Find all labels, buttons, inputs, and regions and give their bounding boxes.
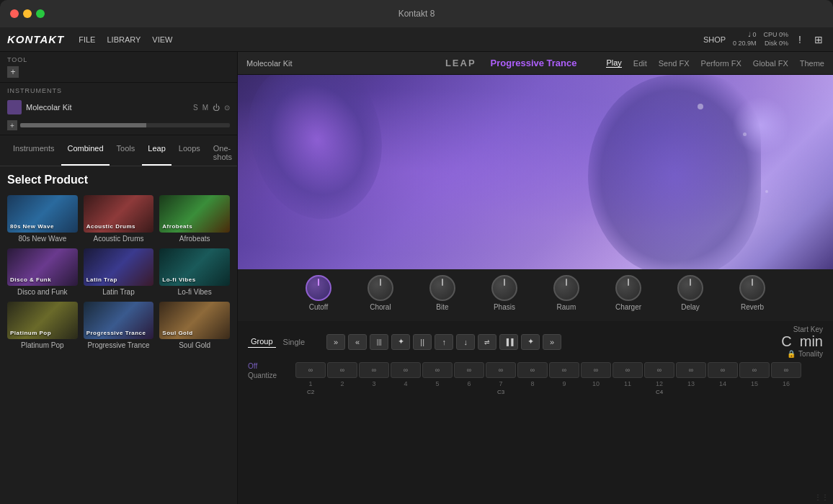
seq-key-section: Start Key C min 🔒 Tonality — [781, 325, 823, 358]
mute-button[interactable]: M — [202, 104, 208, 112]
reverb-knob[interactable] — [739, 275, 765, 301]
knob-delay: Delay — [677, 275, 703, 311]
bite-knob[interactable] — [429, 275, 455, 301]
meter-group: ♩ 0 0 20.9M — [733, 31, 757, 48]
product-progressive-trance[interactable]: Progressive Trance Progressive Trance — [84, 302, 154, 349]
seq-group-button[interactable]: Group — [248, 336, 276, 348]
seq-split-btn[interactable]: ▐▐ — [499, 334, 518, 350]
seq-step-12[interactable]: ∞ — [644, 362, 674, 378]
seq-star2-btn[interactable]: ✦ — [521, 334, 540, 350]
product-acoustic-drums[interactable]: Acoustic Drums Acoustic Drums — [84, 195, 154, 243]
seq-step-10[interactable]: ∞ — [581, 362, 611, 378]
alert-icon[interactable]: ! — [796, 32, 804, 47]
step-num-9: 9 — [549, 380, 579, 387]
marker-spacer-2 — [359, 389, 389, 395]
seq-step-5[interactable]: ∞ — [422, 362, 453, 378]
nav-edit[interactable]: Edit — [633, 59, 647, 68]
tool-add-button[interactable]: + — [7, 66, 19, 78]
maximize-button[interactable] — [36, 9, 45, 18]
product-soul-gold[interactable]: Soul Gold Soul Gold — [159, 302, 230, 349]
seq-step-3[interactable]: ∞ — [359, 362, 389, 378]
seq-down-btn[interactable]: ↓ — [456, 334, 475, 350]
raum-knob[interactable] — [553, 275, 579, 301]
seq-step-16[interactable]: ∞ — [771, 362, 801, 378]
nav-global-fx[interactable]: Global FX — [753, 59, 788, 68]
instrument-add-button[interactable]: + — [7, 120, 17, 130]
marker-spacer-12 — [739, 389, 770, 395]
seq-star-btn[interactable]: ✦ — [391, 334, 410, 350]
tab-tools[interactable]: Tools — [111, 141, 141, 166]
step-num-11: 11 — [612, 380, 643, 387]
product-afrobeats[interactable]: Afrobeats Afrobeats — [159, 195, 230, 243]
seq-step-8[interactable]: ∞ — [517, 362, 548, 378]
nav-perform-fx[interactable]: Perform FX — [701, 59, 741, 68]
seq-step-4[interactable]: ∞ — [391, 362, 421, 378]
seq-step-9[interactable]: ∞ — [549, 362, 579, 378]
close-button[interactable] — [10, 9, 19, 18]
instrument-header: Molecolar Kit LEAPProgressive Trance Pla… — [238, 52, 833, 75]
product-disco-funk[interactable]: Disco & Funk Disco and Funk — [7, 248, 78, 296]
power-icon[interactable]: ⏻ — [213, 104, 220, 112]
menu-view[interactable]: VIEW — [152, 35, 172, 44]
bubble-3 — [765, 190, 768, 193]
menu-library[interactable]: LIBRARY — [107, 35, 141, 44]
product-thumb-lofi: Lo-fi Vibes — [159, 248, 230, 286]
tab-instruments[interactable]: Instruments — [7, 141, 60, 166]
product-latin-trap[interactable]: Latin Trap Latin Trap — [84, 248, 154, 296]
settings-icon-sm[interactable]: ⊙ — [224, 104, 230, 112]
product-thumb-afrobeats: Afrobeats — [159, 195, 230, 233]
nav-play[interactable]: Play — [606, 58, 621, 68]
shop-button[interactable]: SHOP — [703, 35, 726, 44]
product-name-disco: Disco and Funk — [7, 288, 78, 296]
nav-theme[interactable]: Theme — [800, 59, 824, 68]
seq-back-btn[interactable]: « — [348, 334, 367, 350]
step-num-4: 4 — [391, 380, 421, 387]
solo-button[interactable]: S — [193, 104, 198, 112]
tab-loops[interactable]: Loops — [173, 141, 206, 166]
tab-oneshots[interactable]: One-shots — [208, 141, 238, 166]
minimize-button[interactable] — [23, 9, 32, 18]
seq-step-2[interactable]: ∞ — [327, 362, 357, 378]
instrument-nav: LEAPProgressive Trance Play Edit Send FX… — [445, 57, 824, 70]
tab-leap[interactable]: Leap — [142, 141, 171, 166]
seq-right: Start Key C min 🔒 Tonality — [781, 325, 823, 358]
product-lofi-vibes[interactable]: Lo-fi Vibes Lo-fi Vibes — [159, 248, 230, 296]
tab-combined[interactable]: Combined — [61, 141, 109, 166]
step-icon-12: ∞ — [657, 366, 662, 374]
choral-knob[interactable] — [368, 275, 393, 301]
phasis-knob[interactable] — [491, 275, 517, 301]
product-80s-new-wave[interactable]: 80s New Wave 80s New Wave — [7, 195, 78, 243]
seq-pause-btn[interactable]: || — [413, 334, 432, 350]
seq-step-6[interactable]: ∞ — [454, 362, 484, 378]
delay-knob[interactable] — [677, 275, 703, 301]
seq-step-7[interactable]: ∞ — [486, 362, 516, 378]
seq-up-btn[interactable]: ↑ — [435, 334, 453, 350]
seq-end-btn[interactable]: » — [543, 334, 561, 350]
seq-step-13[interactable]: ∞ — [676, 362, 706, 378]
quantize-value: Off — [248, 362, 291, 370]
charger-knob[interactable] — [615, 275, 641, 301]
step-icon-3: ∞ — [372, 366, 376, 374]
knob-raum: Raum — [553, 275, 579, 311]
seq-swap-btn[interactable]: ⇌ — [478, 334, 496, 350]
seq-step-1[interactable]: ∞ — [295, 362, 326, 378]
settings-icon[interactable]: ⊞ — [811, 32, 826, 47]
seq-forward-btn[interactable]: » — [326, 334, 345, 350]
level-fill — [20, 123, 146, 127]
level-bar — [20, 123, 230, 127]
cutoff-knob[interactable] — [306, 275, 331, 301]
product-name-80s: 80s New Wave — [7, 235, 78, 243]
nav-send-fx[interactable]: Send FX — [659, 59, 690, 68]
seq-step-14[interactable]: ∞ — [708, 362, 738, 378]
seq-step-15[interactable]: ∞ — [739, 362, 770, 378]
instrument-bar-row: + — [7, 120, 230, 130]
seq-bars-btn[interactable]: ||| — [370, 334, 388, 350]
seq-single-button[interactable]: Single — [280, 336, 308, 348]
window-controls[interactable] — [10, 9, 45, 18]
menu-file[interactable]: FILE — [79, 35, 95, 44]
seq-step-11[interactable]: ∞ — [612, 362, 643, 378]
product-platinum-pop[interactable]: Platinum Pop Platinum Pop — [7, 302, 78, 349]
resize-handle[interactable]: ⋮⋮ — [814, 493, 829, 501]
leap-product-name: Progressive Trance — [491, 58, 577, 68]
marker-spacer-9 — [612, 389, 643, 395]
